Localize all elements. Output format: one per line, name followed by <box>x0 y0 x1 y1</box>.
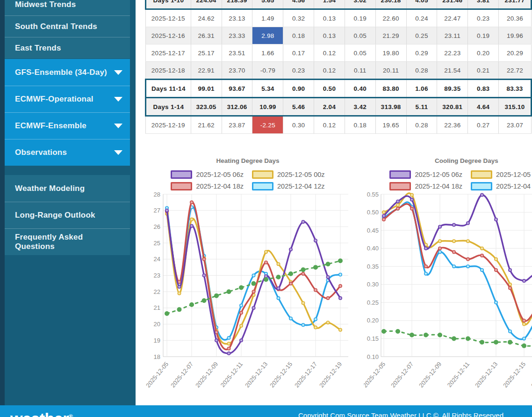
svg-text:24: 24 <box>154 256 160 263</box>
svg-text:2025-12-15: 2025-12-15 <box>502 360 527 389</box>
legend-item[interactable]: 2025-12-05 00z <box>471 170 532 179</box>
table-cell: 21.62 <box>191 116 222 134</box>
sidebar-item-label: East Trends <box>15 44 61 53</box>
svg-text:2025-12-07: 2025-12-07 <box>169 360 194 389</box>
sidebar-item-label: Observations <box>15 148 67 157</box>
table-cell: 20.29 <box>499 44 532 62</box>
table-cell: 93.67 <box>222 80 252 98</box>
table-cell: 0.25 <box>406 27 437 44</box>
heating-degree-days-chart: Heating Degree Days 2025-12-05 06z2025-1… <box>145 154 351 391</box>
row-label: Days 1-10 <box>146 0 191 9</box>
svg-text:20: 20 <box>154 321 160 328</box>
table-cell: 23.87 <box>222 116 252 134</box>
table-cell: 231.77 <box>499 0 532 9</box>
legend-item[interactable]: 2025-12-05 06z <box>171 170 244 179</box>
table-cell: 230.18 <box>375 0 406 9</box>
table-cell: 313.98 <box>375 98 406 116</box>
table-cell: 0.83 <box>468 80 499 98</box>
sidebar-item-observations[interactable]: Observations <box>5 139 130 166</box>
table-cell: 0.28 <box>406 116 437 134</box>
registered-mark: ® <box>69 413 72 417</box>
sidebar-item-frequently-asked-questions[interactable]: Frequently Asked Questions <box>5 228 130 255</box>
svg-text:2025-12-17: 2025-12-17 <box>530 360 532 389</box>
sidebar-item-ecmwf-operational[interactable]: ECMWF-Operational <box>5 86 130 112</box>
svg-text:2025-12-09: 2025-12-09 <box>194 360 219 389</box>
svg-text:2025-12-05: 2025-12-05 <box>364 360 387 389</box>
sidebar-item-gfs-ensemble-34-day-[interactable]: GFS-Ensemble (34-Day) <box>5 59 130 86</box>
table-cell: 224.04 <box>191 0 222 9</box>
table-cell: 22.23 <box>437 44 468 62</box>
table-cell: 218.39 <box>222 0 252 9</box>
legend-item[interactable]: 2025-12-05 06z <box>389 170 462 179</box>
table-cell: 23.07 <box>499 116 532 134</box>
table-cell: 231.46 <box>437 0 468 9</box>
row-label: Days 1-14 <box>146 98 191 116</box>
svg-text:27: 27 <box>154 207 160 214</box>
table-cell: 1.66 <box>252 44 283 62</box>
table-cell: 0.40 <box>345 80 375 98</box>
table-cell: 0.17 <box>283 44 314 62</box>
legend-swatch <box>471 170 492 179</box>
sidebar-item-midwest-trends[interactable]: Midwest Trends <box>5 0 130 15</box>
table-cell: 24.62 <box>191 9 222 27</box>
svg-text:2025-12-07: 2025-12-07 <box>389 360 415 389</box>
legend-label: 2025-12-05 06z <box>196 171 244 178</box>
table-cell: 1.54 <box>314 0 345 9</box>
table-cell: 19.65 <box>375 116 406 134</box>
svg-text:0.35: 0.35 <box>367 263 379 270</box>
table-row: Days 1-10224.04218.395.654.561.543.02230… <box>146 0 532 9</box>
chevron-down-icon <box>114 124 122 128</box>
svg-text:19: 19 <box>154 337 160 344</box>
footer: weather® Copyright Com Source Team Weath… <box>0 405 532 417</box>
cooling-degree-days-chart: Cooling Degree Days 2025-12-05 06z2025-1… <box>364 154 532 391</box>
table-cell: 0.27 <box>468 116 499 134</box>
sidebar-item-weather-modeling[interactable]: Weather Modeling <box>5 175 130 202</box>
table-row: 2025-12-1524.6223.131.490.320.130.1922.6… <box>146 9 532 27</box>
table-cell: 0.05 <box>345 44 375 62</box>
table-cell: 4.05 <box>406 0 437 9</box>
svg-text:0.30: 0.30 <box>367 281 379 288</box>
legend-label: 2025-12-04 12z <box>496 183 532 190</box>
table-cell: 99.01 <box>191 80 222 98</box>
legend-label: 2025-12-05 00z <box>277 171 325 178</box>
table-cell: 0.24 <box>406 9 437 27</box>
legend-item[interactable]: 2025-12-05 00z <box>252 170 325 179</box>
svg-text:0.55: 0.55 <box>367 191 379 198</box>
table-cell: 20.11 <box>375 62 406 80</box>
chart-title: Heating Degree Days <box>145 157 351 164</box>
sidebar-item-east-trends[interactable]: East Trends <box>5 37 130 59</box>
sidebar-item-label: GFS-Ensemble (34-Day) <box>15 68 107 77</box>
table-cell: 19.96 <box>499 27 532 44</box>
table-cell: 89.35 <box>437 80 468 98</box>
svg-text:2025-12-13: 2025-12-13 <box>244 360 269 389</box>
sidebar-item-long-range-outlook[interactable]: Long-Range Outlook <box>5 202 130 228</box>
table-cell: 20.36 <box>499 9 532 27</box>
row-label: 2025-12-19 <box>146 116 191 134</box>
table-cell: 1.49 <box>252 9 283 27</box>
sidebar-item-label: ECMWF-Operational <box>15 95 93 104</box>
table-cell: 0.12 <box>314 44 345 62</box>
table-cell: 0.12 <box>314 62 345 80</box>
table-cell: 0.21 <box>468 62 499 80</box>
site-logo[interactable]: weather® <box>10 410 72 417</box>
row-label: Days 11-14 <box>146 80 191 98</box>
sidebar-item-south-central-trends[interactable]: South Central Trends <box>5 15 130 37</box>
table-cell: 0.30 <box>283 116 314 134</box>
table-cell: 83.80 <box>375 80 406 98</box>
table-cell: 0.90 <box>283 80 314 98</box>
table-cell: 0.50 <box>314 80 345 98</box>
table-cell: 25.17 <box>191 44 222 62</box>
table-cell: 0.23 <box>283 62 314 80</box>
legend-label: 2025-12-04 18z <box>415 183 462 190</box>
table-row: 2025-12-1921.6223.87-2.250.300.120.1819.… <box>146 116 532 134</box>
table-cell: -2.25 <box>252 116 283 134</box>
table-row: 2025-12-1725.1723.511.660.170.120.0519.8… <box>146 44 532 62</box>
sidebar-item-ecmwf-ensemble[interactable]: ECMWF-Ensemble <box>5 112 130 139</box>
svg-text:0.40: 0.40 <box>367 245 379 252</box>
svg-text:0.25: 0.25 <box>367 299 379 306</box>
svg-text:0.50: 0.50 <box>367 209 379 216</box>
table-row: Days 11-1499.0193.675.340.900.500.4083.8… <box>146 80 532 98</box>
row-label: 2025-12-17 <box>146 44 191 62</box>
table-cell: 22.36 <box>437 116 468 134</box>
table-cell: -0.79 <box>252 62 283 80</box>
